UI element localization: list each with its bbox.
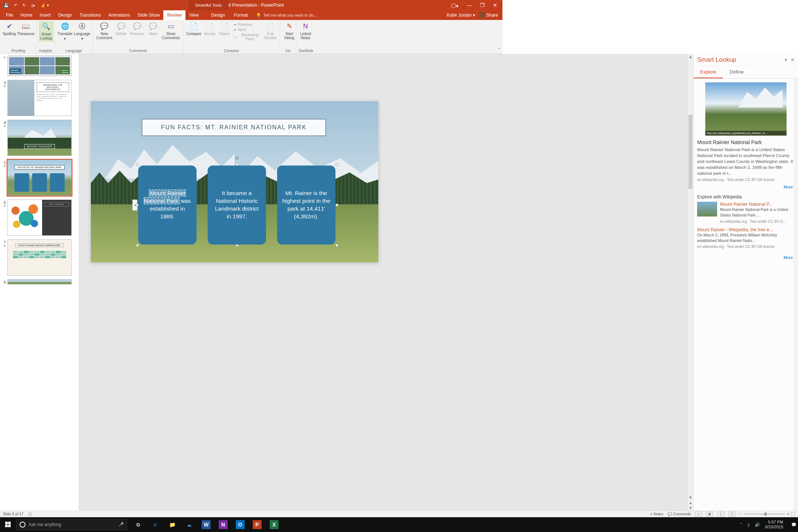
thumbnail-slide-3[interactable]: 3★ WEEKEND OR HOLIDAY GETAWAYS Whether y… bbox=[1, 80, 79, 116]
new-comment-button[interactable]: 💬New Comment bbox=[95, 21, 113, 41]
reject-icon: 📄 bbox=[219, 22, 229, 31]
ribbon-tabs: File Home Insert Design Transitions Anim… bbox=[0, 10, 502, 20]
selection-handle[interactable] bbox=[335, 204, 338, 207]
next-comment-icon: 💬 bbox=[148, 22, 158, 31]
linked-notes-button[interactable]: NLinked Notes bbox=[299, 21, 313, 41]
window-title: Travel Presentation - PowerPoint bbox=[219, 3, 284, 8]
language-button[interactable]: ⒶLanguage▾ bbox=[74, 21, 91, 41]
smartart-selection[interactable]: ⟳ ◂ Mount Rainier National Park was esta… bbox=[137, 165, 337, 245]
selection-handle[interactable] bbox=[335, 244, 338, 247]
smartart-card-1[interactable]: Mount Rainier National Park was establis… bbox=[138, 166, 197, 245]
window-controls: ▢▴ — ❐ ✕ bbox=[451, 2, 502, 8]
next-comment-button: 💬Next bbox=[146, 21, 160, 37]
tab-transitions[interactable]: Transitions bbox=[76, 10, 105, 20]
group-insights: 🔍Smart Lookup Insights bbox=[37, 20, 55, 54]
reject-button: 📄Reject bbox=[217, 21, 231, 37]
new-comment-icon: 💬 bbox=[99, 22, 109, 31]
animation-indicator-icon: ★ bbox=[1, 56, 6, 59]
show-comments-button[interactable]: ▭Show Comments bbox=[161, 21, 181, 41]
card-text: Mt. Rainer is the highest point in the p… bbox=[282, 190, 331, 221]
tab-home[interactable]: Home bbox=[17, 10, 36, 20]
selection-handle[interactable] bbox=[136, 244, 139, 247]
thumbnail-slide-5[interactable]: 5★ FUN FACTS: MT. RAINIER NATIONAL PARK bbox=[1, 160, 79, 196]
share-button[interactable]: Share bbox=[479, 12, 498, 18]
ink-icon: ✎ bbox=[284, 22, 294, 31]
save-icon[interactable]: 💾 bbox=[4, 3, 9, 8]
tab-review[interactable]: Review bbox=[163, 10, 185, 20]
show-comments-icon: ▭ bbox=[166, 22, 176, 31]
title-bar: 💾 ↶ ↻ ▯▸ ☝ ▾ Travel Presentation - Power… bbox=[0, 0, 502, 10]
tab-slide-show[interactable]: Slide Show bbox=[134, 10, 163, 20]
slide-number: 8 bbox=[1, 280, 6, 284]
slide-thumbnails[interactable]: ★ OlympicPeninsula MountRainier 3★ WEEKE… bbox=[0, 54, 79, 335]
group-compare: 📄Compare 📄Accept 📄Reject ⬅ Previous ➡ Ne… bbox=[183, 20, 280, 54]
translate-button[interactable]: 🌐Translate▾ bbox=[57, 21, 73, 41]
spelling-icon: ✔ bbox=[4, 22, 14, 31]
compare-icon: 📄 bbox=[188, 22, 199, 31]
selection-handle[interactable] bbox=[335, 163, 338, 166]
compare-button[interactable]: 📄Compare bbox=[185, 21, 202, 37]
group-proofing: ✔Spelling 📖Thesaurus Proofing bbox=[0, 20, 37, 54]
smart-lookup-icon: 🔍 bbox=[41, 23, 51, 31]
language-icon: Ⓐ bbox=[77, 22, 87, 31]
touch-mode-icon[interactable]: ☝ ▾ bbox=[41, 3, 49, 8]
tab-design[interactable]: Design bbox=[54, 10, 75, 20]
thumbnail-slide-2-partial[interactable]: ★ OlympicPeninsula MountRainier bbox=[1, 55, 79, 76]
avatar-icon bbox=[479, 12, 485, 18]
slide-title[interactable]: FUN FACTS: MT. RAINIER NATIONAL PARK bbox=[142, 119, 326, 136]
thumbnail-slide-6[interactable]: 6★ DAY HIKING bbox=[1, 200, 79, 236]
close-icon[interactable]: ✕ bbox=[493, 2, 497, 8]
smartart-card-2[interactable]: It became a National Historic Landmark d… bbox=[208, 166, 266, 245]
start-inking-button[interactable]: ✎Start Inking bbox=[282, 21, 296, 41]
animation-indicator-icon: ★ bbox=[1, 205, 6, 208]
restore-icon[interactable]: ❐ bbox=[480, 2, 485, 8]
thesaurus-button[interactable]: 📖Thesaurus bbox=[17, 21, 34, 37]
quick-access-toolbar: 💾 ↶ ↻ ▯▸ ☝ ▾ bbox=[0, 3, 53, 8]
undo-icon[interactable]: ↶ bbox=[14, 3, 17, 8]
smart-lookup-button[interactable]: 🔍Smart Lookup bbox=[39, 21, 53, 41]
collapse-ribbon-icon[interactable]: ˄ bbox=[498, 48, 500, 53]
start-from-beginning-icon[interactable]: ▯▸ bbox=[31, 3, 35, 8]
redo-icon[interactable]: ↻ bbox=[23, 3, 26, 8]
tab-insert[interactable]: Insert bbox=[36, 10, 54, 20]
thumbnail-slide-8-partial[interactable]: 8 bbox=[1, 279, 79, 284]
previous-comment-icon: 💬 bbox=[132, 22, 142, 31]
delete-comment-icon: 💬 bbox=[116, 22, 126, 31]
group-label: Proofing bbox=[0, 49, 37, 54]
onenote-icon: N bbox=[300, 22, 311, 31]
user-name[interactable]: Katie Jordan ▾ bbox=[447, 13, 475, 18]
accept-icon: 📄 bbox=[204, 22, 215, 31]
tab-animations[interactable]: Animations bbox=[105, 10, 134, 20]
current-slide[interactable]: FUN FACTS: MT. RAINIER NATIONAL PARK ⟳ ◂… bbox=[91, 101, 378, 262]
minimize-icon[interactable]: — bbox=[467, 2, 472, 8]
slide-canvas[interactable]: FUN FACTS: MT. RAINIER NATIONAL PARK ⟳ ◂… bbox=[79, 54, 502, 335]
tab-smartart-design[interactable]: Design bbox=[207, 10, 229, 20]
animation-indicator-icon: ★ bbox=[1, 125, 6, 128]
thumbnail-slide-7[interactable]: 7★ MOUNT RAINIER AVERAGE TEMPERATURES bbox=[1, 239, 79, 276]
group-comments: 💬New Comment 💬Delete 💬Previous 💬Next ▭Sh… bbox=[93, 20, 183, 54]
group-label: Insights bbox=[37, 49, 54, 54]
group-language: 🌐Translate▾ ⒶLanguage▾ Language bbox=[55, 20, 93, 54]
group-label: Language bbox=[55, 49, 93, 54]
rotate-handle-icon[interactable]: ⟳ bbox=[235, 155, 239, 161]
smartart-card-3[interactable]: Mt. Rainer is the highest point in the p… bbox=[277, 166, 335, 245]
tab-smartart-format[interactable]: Format bbox=[229, 10, 252, 20]
group-label: Comments bbox=[93, 49, 183, 54]
tell-me-box[interactable]: 💡 Tell me what you want to do... bbox=[256, 10, 317, 20]
tab-view[interactable]: View bbox=[185, 10, 202, 20]
group-label: OneNote bbox=[296, 49, 316, 54]
lightbulb-icon: 💡 bbox=[256, 13, 261, 18]
tell-me-placeholder: Tell me what you want to do... bbox=[263, 13, 317, 17]
thumbnail-slide-4[interactable]: 4★ MOUNT RAINIER bbox=[1, 120, 79, 156]
animation-indicator-icon: ★ bbox=[1, 245, 6, 248]
group-onenote: NLinked Notes OneNote bbox=[296, 20, 316, 54]
translate-icon: 🌐 bbox=[60, 22, 70, 31]
ribbon-options-icon[interactable]: ▢▴ bbox=[451, 2, 458, 8]
selection-handle[interactable] bbox=[136, 163, 139, 166]
tab-file[interactable]: File bbox=[2, 10, 17, 20]
spelling-button[interactable]: ✔Spelling bbox=[2, 21, 16, 37]
group-ink: ✎Start Inking Ink bbox=[280, 20, 296, 54]
ribbon: ✔Spelling 📖Thesaurus Proofing 🔍Smart Loo… bbox=[0, 20, 502, 54]
group-label: Compare bbox=[183, 49, 280, 54]
end-review-button: 📄End Review bbox=[263, 21, 277, 41]
